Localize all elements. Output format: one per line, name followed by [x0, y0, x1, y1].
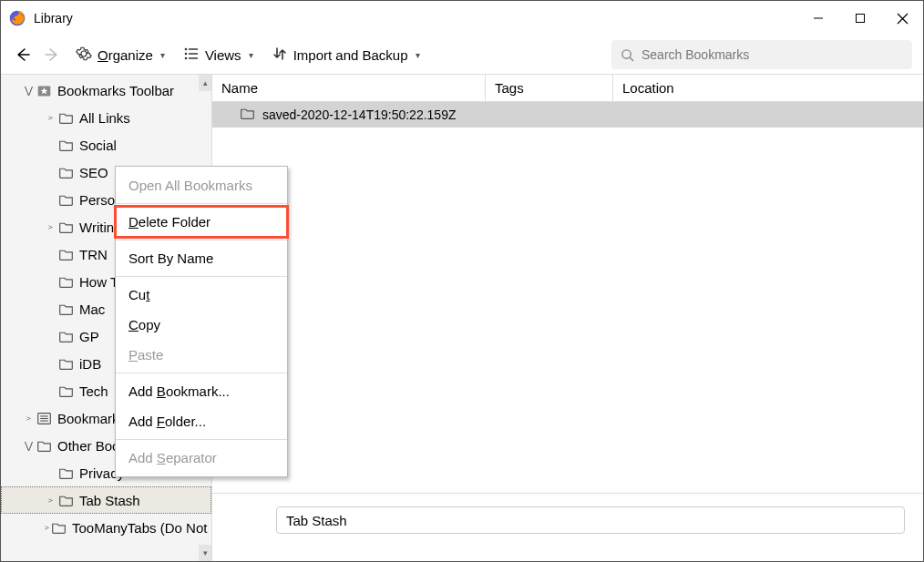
- svg-point-7: [185, 52, 188, 55]
- column-headers: Name Tags Location: [212, 75, 923, 102]
- menu-item[interactable]: Sort By Name: [116, 243, 287, 273]
- sidebar-item-label: Tech: [79, 383, 108, 399]
- chevron-down-icon: ▾: [160, 50, 165, 60]
- folder-icon: [57, 492, 74, 508]
- sidebar-item-label: Social: [79, 138, 117, 153]
- column-header-location[interactable]: Location: [613, 75, 923, 101]
- sidebar-item[interactable]: ＞All Links: [1, 104, 211, 131]
- menu-item[interactable]: Add Folder...: [116, 406, 287, 436]
- maximize-button[interactable]: [839, 1, 881, 36]
- folder-icon: [57, 301, 74, 317]
- expander-icon[interactable]: ＞: [43, 522, 51, 534]
- details-panel: [212, 493, 923, 561]
- expander-icon[interactable]: ＞: [21, 413, 36, 424]
- folder-icon: [57, 383, 74, 399]
- folder-icon: [57, 137, 74, 153]
- expander-icon[interactable]: ⋁: [21, 440, 36, 452]
- svg-line-12: [630, 57, 633, 61]
- star-folder-icon: [36, 82, 52, 98]
- sidebar-item-label: iDB: [79, 356, 101, 372]
- expander-icon[interactable]: ＞: [43, 495, 57, 506]
- column-header-tags[interactable]: Tags: [486, 75, 613, 101]
- details-name-input[interactable]: [276, 506, 905, 534]
- chevron-down-icon: ▾: [249, 50, 253, 60]
- scroll-up-button[interactable]: ▴: [199, 75, 211, 91]
- chevron-down-icon: ▾: [416, 50, 420, 60]
- menu-item: Open All Bookmarks: [116, 170, 287, 200]
- file-list: saved-2020-12-14T19:50:22.159Z: [212, 102, 923, 128]
- sidebar-item[interactable]: ⋁Bookmarks Toolbar: [1, 77, 211, 104]
- folder-icon: [57, 273, 74, 290]
- sidebar-item-label: TRN: [79, 247, 108, 262]
- back-button[interactable]: [12, 44, 34, 66]
- svg-point-9: [185, 56, 188, 59]
- menu-item[interactable]: Delete Folder: [116, 207, 287, 237]
- sidebar-item-label: SEO: [79, 165, 108, 180]
- import-backup-button[interactable]: Import and Backup ▾: [266, 42, 426, 68]
- menu-item[interactable]: Cut: [116, 280, 287, 310]
- sidebar-item-label: All Links: [79, 110, 130, 126]
- list-item-label: saved-2020-12-14T19:50:22.159Z: [262, 107, 456, 122]
- expander-icon[interactable]: ＞: [43, 112, 57, 124]
- menu-separator: [116, 373, 287, 373]
- close-button[interactable]: [881, 1, 923, 36]
- menu-separator: [116, 240, 287, 240]
- svg-point-5: [185, 47, 188, 50]
- folder-icon: [36, 437, 52, 454]
- folder-icon: [57, 328, 74, 344]
- context-menu: Open All BookmarksDelete FolderSort By N…: [115, 166, 288, 477]
- sidebar-item[interactable]: Social: [1, 131, 211, 158]
- forward-button[interactable]: [41, 44, 63, 66]
- sidebar-item-label: Mac: [79, 301, 105, 317]
- list-item[interactable]: saved-2020-12-14T19:50:22.159Z: [212, 102, 923, 128]
- search-placeholder: Search Bookmarks: [642, 47, 749, 62]
- menu-item: Add Separator: [116, 443, 287, 473]
- toolbar: Organize ▾ Views ▾ Import and Backup ▾ S…: [1, 36, 923, 74]
- views-button[interactable]: Views ▾: [178, 42, 259, 68]
- list-icon: [183, 46, 200, 65]
- sidebar-item-label: Bookmarks Toolbar: [57, 83, 174, 98]
- sidebar-item[interactable]: ＞TooManyTabs (Do Not Delete!): [1, 514, 211, 541]
- search-icon: [621, 48, 634, 62]
- menu-item[interactable]: Add Bookmark...: [116, 376, 287, 406]
- folder-icon: [57, 164, 74, 180]
- organize-label: Organize: [98, 47, 153, 63]
- sidebar-item-label: Tab Stash: [79, 493, 140, 508]
- views-label: Views: [205, 47, 241, 63]
- menu-item: Paste: [116, 340, 287, 370]
- folder-icon: [57, 109, 74, 126]
- minimize-button[interactable]: [797, 1, 839, 36]
- column-header-name[interactable]: Name: [212, 75, 486, 101]
- window-title: Library: [34, 11, 73, 26]
- content-pane: Name Tags Location saved-2020-12-14T19:5…: [212, 75, 923, 561]
- folder-icon: [57, 191, 74, 208]
- folder-icon: [57, 246, 74, 262]
- transfer-icon: [272, 46, 288, 65]
- folder-icon: [51, 519, 67, 536]
- folder-icon: [57, 465, 74, 481]
- folder-icon: [57, 219, 74, 235]
- gear-icon: [76, 46, 92, 65]
- menu-separator: [116, 276, 287, 277]
- menu-separator: [116, 203, 287, 204]
- scroll-down-button[interactable]: ▾: [199, 545, 211, 561]
- menu-folder-icon: [36, 410, 52, 426]
- folder-icon: [240, 106, 255, 124]
- organize-button[interactable]: Organize ▾: [70, 42, 170, 68]
- folder-icon: [57, 355, 74, 372]
- sidebar-item[interactable]: ＞Tab Stash: [1, 486, 211, 514]
- svg-rect-2: [857, 15, 865, 23]
- titlebar: Library: [1, 1, 923, 36]
- sidebar-item-label: GP: [79, 329, 99, 344]
- menu-separator: [116, 439, 287, 440]
- firefox-icon: [8, 9, 26, 27]
- expander-icon[interactable]: ＞: [43, 221, 57, 233]
- import-backup-label: Import and Backup: [293, 47, 408, 63]
- svg-point-11: [622, 49, 631, 57]
- expander-icon[interactable]: ⋁: [21, 85, 36, 97]
- menu-item[interactable]: Copy: [116, 310, 287, 340]
- window-controls: [797, 1, 923, 36]
- sidebar-item-label: TooManyTabs (Do Not Delete!): [72, 520, 212, 536]
- search-input[interactable]: Search Bookmarks: [611, 40, 912, 69]
